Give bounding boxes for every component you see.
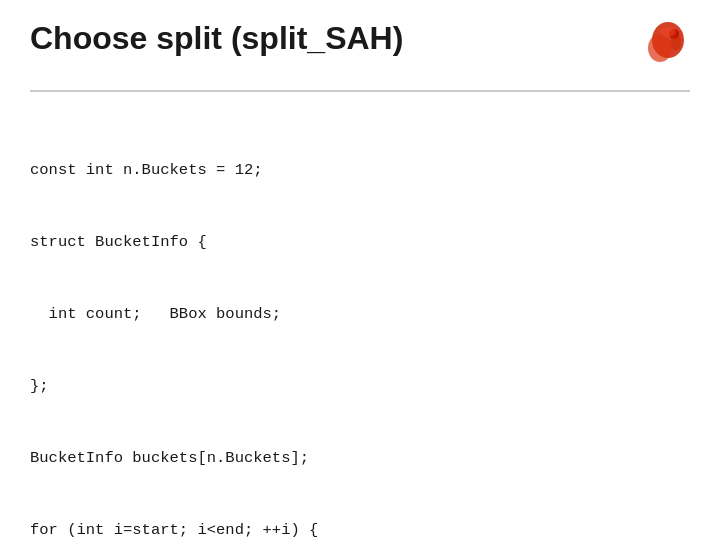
code-block: const int n.Buckets = 12; struct BucketI… xyxy=(30,110,690,540)
svg-point-4 xyxy=(671,34,681,50)
code-line-2: struct BucketInfo { xyxy=(30,230,690,254)
course-logo-icon xyxy=(630,20,690,80)
slide: Choose split (split_SAH) const int n.Buc… xyxy=(0,0,720,540)
svg-point-1 xyxy=(648,34,672,62)
slide-title: Choose split (split_SAH) xyxy=(30,20,403,57)
slide-header: Choose split (split_SAH) xyxy=(30,20,690,92)
code-line-5: BucketInfo buckets[n.Buckets]; xyxy=(30,446,690,470)
code-line-4: }; xyxy=(30,374,690,398)
code-line-3: int count; BBox bounds; xyxy=(30,302,690,326)
code-line-6: for (int i=start; i<end; ++i) { xyxy=(30,518,690,540)
code-line-1: const int n.Buckets = 12; xyxy=(30,158,690,182)
